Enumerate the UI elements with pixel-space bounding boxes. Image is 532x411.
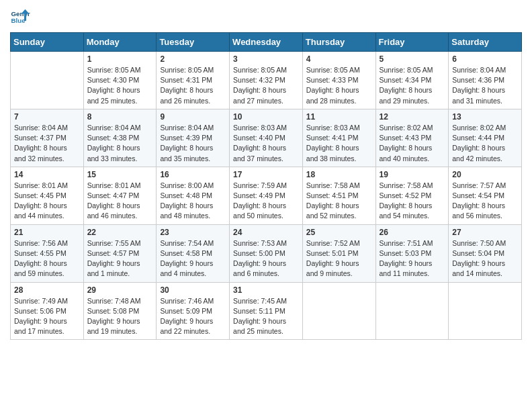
calendar-cell: 4Sunrise: 8:05 AM Sunset: 4:33 PM Daylig… [302,52,375,109]
calendar-cell: 29Sunrise: 7:48 AM Sunset: 5:08 PM Dayli… [83,282,157,340]
calendar-cell: 30Sunrise: 7:46 AM Sunset: 5:09 PM Dayli… [157,282,230,340]
page-header: General Blue [10,7,522,27]
weekday-tuesday: Tuesday [157,33,230,52]
day-number: 3 [233,54,299,64]
day-number: 31 [233,285,299,295]
day-number: 6 [452,54,518,64]
day-info: Sunrise: 8:05 AM Sunset: 4:31 PM Dayligh… [160,65,226,106]
calendar-cell: 10Sunrise: 8:03 AM Sunset: 4:40 PM Dayli… [230,109,303,167]
day-info: Sunrise: 7:54 AM Sunset: 4:58 PM Dayligh… [160,238,226,279]
calendar-cell: 23Sunrise: 7:54 AM Sunset: 4:58 PM Dayli… [157,224,230,282]
day-number: 27 [452,228,518,237]
calendar-cell: 31Sunrise: 7:45 AM Sunset: 5:11 PM Dayli… [230,282,303,340]
calendar-cell [375,282,449,340]
logo-icon: General Blue [10,7,30,27]
day-info: Sunrise: 7:58 AM Sunset: 4:51 PM Dayligh… [306,181,372,222]
calendar-cell: 27Sunrise: 7:50 AM Sunset: 5:04 PM Dayli… [449,224,522,282]
day-info: Sunrise: 7:57 AM Sunset: 4:54 PM Dayligh… [452,181,518,222]
weekday-wednesday: Wednesday [230,33,303,52]
day-info: Sunrise: 8:03 AM Sunset: 4:41 PM Dayligh… [306,123,372,164]
weekday-thursday: Thursday [302,33,375,52]
day-number: 21 [14,228,80,237]
day-number: 1 [87,54,153,64]
day-info: Sunrise: 8:01 AM Sunset: 4:47 PM Dayligh… [87,181,153,222]
day-info: Sunrise: 7:53 AM Sunset: 5:00 PM Dayligh… [233,238,299,279]
day-number: 7 [14,112,80,122]
day-info: Sunrise: 7:51 AM Sunset: 5:03 PM Dayligh… [380,238,445,279]
day-number: 17 [233,170,299,179]
day-number: 8 [87,112,153,122]
calendar-cell [11,52,84,109]
week-row-4: 21Sunrise: 7:56 AM Sunset: 4:55 PM Dayli… [11,224,522,282]
day-number: 11 [306,112,372,122]
day-info: Sunrise: 8:00 AM Sunset: 4:48 PM Dayligh… [160,181,226,222]
calendar-cell: 11Sunrise: 8:03 AM Sunset: 4:41 PM Dayli… [302,109,375,167]
calendar-cell: 28Sunrise: 7:49 AM Sunset: 5:06 PM Dayli… [11,282,84,340]
day-info: Sunrise: 7:45 AM Sunset: 5:11 PM Dayligh… [233,296,299,337]
day-info: Sunrise: 8:05 AM Sunset: 4:30 PM Dayligh… [87,65,153,106]
calendar-cell: 18Sunrise: 7:58 AM Sunset: 4:51 PM Dayli… [302,167,375,224]
day-number: 30 [160,285,226,295]
day-info: Sunrise: 8:04 AM Sunset: 4:37 PM Dayligh… [14,123,80,164]
calendar-cell: 24Sunrise: 7:53 AM Sunset: 5:00 PM Dayli… [230,224,303,282]
week-row-2: 7Sunrise: 8:04 AM Sunset: 4:37 PM Daylig… [11,109,522,167]
weekday-header-row: SundayMondayTuesdayWednesdayThursdayFrid… [11,33,522,52]
day-number: 5 [380,54,445,64]
calendar-cell: 21Sunrise: 7:56 AM Sunset: 4:55 PM Dayli… [11,224,84,282]
weekday-friday: Friday [375,33,449,52]
day-info: Sunrise: 8:03 AM Sunset: 4:40 PM Dayligh… [233,123,299,164]
weekday-saturday: Saturday [449,33,522,52]
day-number: 12 [380,112,445,122]
day-info: Sunrise: 7:58 AM Sunset: 4:52 PM Dayligh… [380,181,445,222]
calendar-cell: 6Sunrise: 8:04 AM Sunset: 4:36 PM Daylig… [449,52,522,109]
day-info: Sunrise: 7:59 AM Sunset: 4:49 PM Dayligh… [233,181,299,222]
day-number: 10 [233,112,299,122]
calendar-cell: 12Sunrise: 8:02 AM Sunset: 4:43 PM Dayli… [375,109,449,167]
day-info: Sunrise: 7:46 AM Sunset: 5:09 PM Dayligh… [160,296,226,337]
calendar-cell: 5Sunrise: 8:05 AM Sunset: 4:34 PM Daylig… [375,52,449,109]
calendar-cell: 19Sunrise: 7:58 AM Sunset: 4:52 PM Dayli… [375,167,449,224]
day-number: 22 [87,228,153,237]
calendar-cell: 17Sunrise: 7:59 AM Sunset: 4:49 PM Dayli… [230,167,303,224]
day-info: Sunrise: 8:04 AM Sunset: 4:36 PM Dayligh… [452,65,518,106]
week-row-5: 28Sunrise: 7:49 AM Sunset: 5:06 PM Dayli… [11,282,522,340]
calendar-cell [302,282,375,340]
day-info: Sunrise: 8:05 AM Sunset: 4:33 PM Dayligh… [306,65,372,106]
day-number: 13 [452,112,518,122]
day-info: Sunrise: 8:05 AM Sunset: 4:32 PM Dayligh… [233,65,299,106]
calendar-cell: 9Sunrise: 8:04 AM Sunset: 4:39 PM Daylig… [157,109,230,167]
day-number: 2 [160,54,226,64]
day-number: 23 [160,228,226,237]
day-number: 15 [87,170,153,179]
day-number: 29 [87,285,153,295]
day-number: 9 [160,112,226,122]
calendar-cell: 25Sunrise: 7:52 AM Sunset: 5:01 PM Dayli… [302,224,375,282]
day-info: Sunrise: 7:52 AM Sunset: 5:01 PM Dayligh… [306,238,372,279]
day-info: Sunrise: 7:55 AM Sunset: 4:57 PM Dayligh… [87,238,153,279]
day-info: Sunrise: 7:56 AM Sunset: 4:55 PM Dayligh… [14,238,80,279]
day-number: 26 [380,228,445,237]
calendar-cell: 15Sunrise: 8:01 AM Sunset: 4:47 PM Dayli… [83,167,157,224]
weekday-monday: Monday [83,33,157,52]
calendar-cell: 14Sunrise: 8:01 AM Sunset: 4:45 PM Dayli… [11,167,84,224]
calendar-cell: 8Sunrise: 8:04 AM Sunset: 4:38 PM Daylig… [83,109,157,167]
calendar-table: SundayMondayTuesdayWednesdayThursdayFrid… [10,32,522,340]
day-number: 24 [233,228,299,237]
day-number: 20 [452,170,518,179]
day-info: Sunrise: 7:49 AM Sunset: 5:06 PM Dayligh… [14,296,80,337]
day-number: 16 [160,170,226,179]
calendar-cell: 3Sunrise: 8:05 AM Sunset: 4:32 PM Daylig… [230,52,303,109]
calendar-cell: 22Sunrise: 7:55 AM Sunset: 4:57 PM Dayli… [83,224,157,282]
logo: General Blue [10,7,30,27]
day-number: 25 [306,228,372,237]
calendar-cell: 20Sunrise: 7:57 AM Sunset: 4:54 PM Dayli… [449,167,522,224]
day-info: Sunrise: 8:04 AM Sunset: 4:38 PM Dayligh… [87,123,153,164]
calendar-cell: 2Sunrise: 8:05 AM Sunset: 4:31 PM Daylig… [157,52,230,109]
day-info: Sunrise: 8:02 AM Sunset: 4:43 PM Dayligh… [380,123,445,164]
calendar-cell: 13Sunrise: 8:02 AM Sunset: 4:44 PM Dayli… [449,109,522,167]
calendar-cell [449,282,522,340]
calendar-body: 1Sunrise: 8:05 AM Sunset: 4:30 PM Daylig… [11,52,522,340]
day-info: Sunrise: 7:50 AM Sunset: 5:04 PM Dayligh… [452,238,518,279]
day-info: Sunrise: 8:05 AM Sunset: 4:34 PM Dayligh… [380,65,445,106]
calendar-cell: 26Sunrise: 7:51 AM Sunset: 5:03 PM Dayli… [375,224,449,282]
